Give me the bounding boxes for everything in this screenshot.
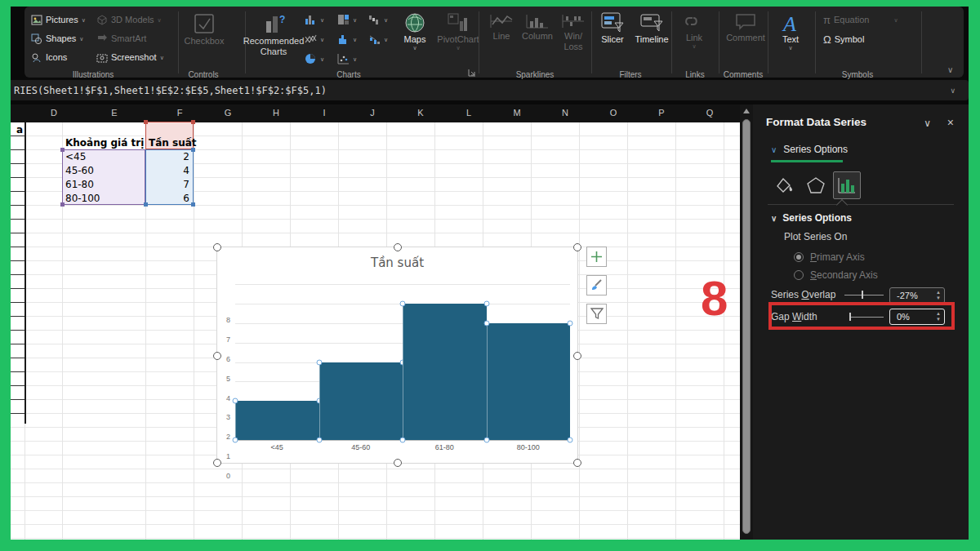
slicer-button[interactable]: Slicer [596, 11, 629, 45]
fill-line-tab[interactable] [771, 171, 799, 199]
pictures-button[interactable]: Pictures∨ [31, 12, 86, 27]
charts-dialog-launcher[interactable] [468, 65, 476, 80]
chart-filters-button[interactable] [586, 304, 607, 324]
table-header-range[interactable]: Khoảng giá trị [65, 137, 144, 149]
range-handle[interactable] [191, 120, 195, 124]
smartart-button[interactable]: SmartArt [96, 31, 146, 46]
table-cell[interactable]: 45-60 [65, 165, 94, 176]
range-handle[interactable] [60, 202, 65, 207]
data-point-handle[interactable] [316, 438, 322, 443]
column-header[interactable]: Q [693, 108, 726, 118]
range-handle[interactable] [144, 120, 148, 124]
data-point-handle[interactable] [400, 300, 406, 306]
timeline-button[interactable]: Timeline [633, 11, 670, 45]
table-cell[interactable]: <45 [65, 151, 86, 162]
maps-button[interactable]: Maps ∨ [399, 11, 431, 51]
chart-bar[interactable] [235, 401, 319, 440]
column-header[interactable]: G [212, 108, 244, 118]
insert-waterfall-chart-button[interactable]: ∨ [368, 12, 388, 27]
column-header[interactable]: M [501, 108, 533, 118]
data-point-handle[interactable] [316, 359, 322, 365]
column-header[interactable]: O [597, 108, 630, 118]
data-point-handle[interactable] [483, 300, 489, 306]
insert-pie-chart-button[interactable]: ∨ [305, 51, 324, 66]
series-overlap-slider-handle[interactable] [862, 291, 863, 299]
data-point-handle[interactable] [483, 438, 489, 443]
recommended-charts-button[interactable]: ? Recommended Charts [248, 11, 299, 56]
chart-styles-button[interactable] [586, 275, 607, 295]
data-point-handle[interactable] [233, 398, 238, 404]
table-cell[interactable]: 80-100 [65, 193, 100, 204]
chart-plot[interactable] [235, 284, 570, 441]
chart-resize-handle[interactable] [573, 352, 581, 360]
chart[interactable]: Tần suất 012345678 <4545-6061-8080-100 [216, 247, 578, 464]
series-overlap-slider[interactable] [844, 295, 884, 295]
chart-elements-button[interactable] [586, 247, 607, 267]
column-header[interactable]: J [356, 108, 389, 118]
sparkline-winloss-button[interactable]: Win/ Loss [557, 11, 590, 51]
text-button[interactable]: A Text ∨ [774, 11, 807, 51]
close-icon[interactable]: × [947, 116, 954, 129]
chart-resize-handle[interactable] [573, 243, 581, 251]
table-cell[interactable]: 2 [149, 151, 189, 162]
chart-resize-handle[interactable] [573, 459, 581, 467]
data-point-handle[interactable] [400, 438, 406, 443]
table-cell[interactable]: 61-80 [65, 179, 94, 190]
comment-button[interactable]: Comment [724, 11, 768, 43]
range-handle[interactable] [144, 202, 148, 207]
screenshot-button[interactable]: Screenshot∨ [96, 50, 164, 64]
insert-combo-chart-button[interactable]: ∨ [368, 32, 388, 47]
chart-bar[interactable] [319, 362, 403, 441]
column-header[interactable]: H [260, 108, 292, 118]
series-options-tab[interactable] [833, 171, 861, 199]
column-header[interactable]: I [308, 108, 341, 118]
column-header[interactable]: E [98, 108, 131, 118]
3d-models-button[interactable]: 3D Models∨ [96, 12, 162, 27]
chart-title[interactable]: Tần suất [217, 256, 577, 270]
checkbox-button[interactable]: Checkbox [181, 11, 227, 47]
chart-resize-handle[interactable] [394, 459, 402, 467]
icons-button[interactable]: Icons [31, 50, 67, 64]
chart-bar[interactable] [403, 304, 487, 440]
spinner-arrows-icon[interactable]: ▲▼ [936, 288, 941, 303]
sparkline-column-button[interactable]: Column [521, 11, 554, 42]
sparkline-line-button[interactable]: Line [487, 11, 516, 42]
vertical-scrollbar[interactable] [740, 104, 753, 540]
chart-bar[interactable] [487, 323, 571, 440]
insert-hierarchy-chart-button[interactable]: ∨ [337, 12, 357, 27]
section-series-options[interactable]: ∨Series Options [771, 212, 852, 224]
primary-axis-radio[interactable] [794, 252, 804, 262]
tab-series-options[interactable]: ∨Series Options [771, 144, 848, 155]
scroll-up-icon[interactable] [743, 109, 750, 113]
scrollbar-thumb[interactable] [742, 119, 751, 534]
pivotchart-button[interactable]: PivotChart ∨ [435, 11, 481, 51]
chart-resize-handle[interactable] [213, 352, 221, 360]
symbol-button[interactable]: Ω Symbol [823, 32, 864, 47]
panel-options-chevron-icon[interactable]: ∨ [924, 118, 931, 129]
insert-column-chart-button[interactable]: ∨ [305, 12, 324, 27]
chart-resize-handle[interactable] [213, 243, 221, 251]
table-cell[interactable]: 6 [149, 193, 189, 204]
shapes-button[interactable]: Shapes∨ [31, 31, 83, 46]
formula-bar[interactable]: RIES(Sheet1!$F$1,Sheet1!$E$2:$E$5,Sheet1… [11, 80, 969, 100]
range-handle[interactable] [191, 202, 195, 207]
insert-scatter-chart-button[interactable]: ∨ [337, 51, 357, 66]
column-header[interactable]: F [163, 108, 196, 118]
range-handle[interactable] [60, 148, 65, 152]
column-header[interactable]: P [645, 108, 678, 118]
column-header[interactable]: L [452, 108, 485, 118]
table-header-freq[interactable]: Tần suất [149, 137, 197, 149]
data-point-handle[interactable] [483, 320, 489, 326]
series-overlap-input[interactable]: -27% ▲▼ [889, 287, 945, 304]
chart-resize-handle[interactable] [213, 459, 221, 467]
column-header[interactable]: N [549, 108, 581, 118]
column-header[interactable]: D [38, 108, 70, 118]
link-button[interactable]: Link ∨ [676, 11, 712, 49]
table-cell[interactable]: 4 [149, 165, 189, 176]
column-header[interactable]: K [404, 108, 437, 118]
equation-button[interactable]: π Equation ∨ [823, 12, 898, 27]
data-point-handle[interactable] [568, 320, 573, 326]
effects-tab[interactable] [802, 171, 830, 199]
formula-bar-expand-icon[interactable]: ∨ [950, 87, 956, 95]
secondary-axis-radio[interactable] [794, 270, 804, 280]
